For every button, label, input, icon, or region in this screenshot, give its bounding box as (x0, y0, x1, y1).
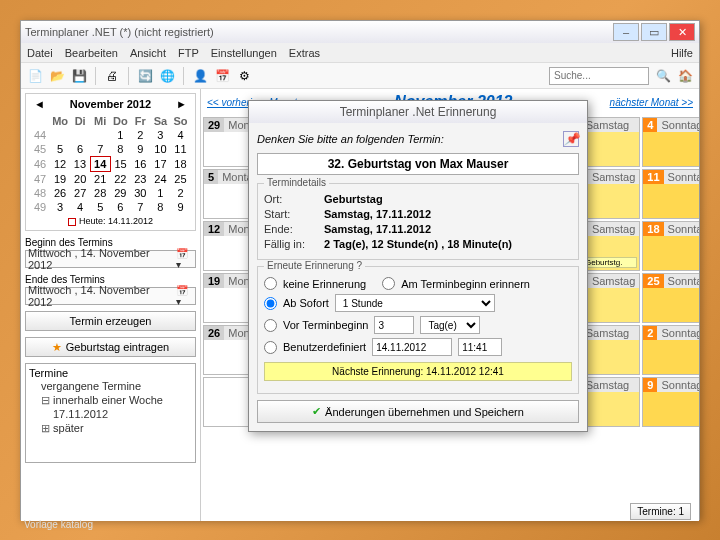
day-cell[interactable]: 18Sonntag (642, 221, 699, 271)
tree-item[interactable]: ⊞ später (29, 421, 192, 435)
sidebar: ◄ November 2012 ► MoDiMiDoFrSaSo 441234 … (21, 89, 201, 521)
user-icon[interactable]: 👤 (192, 68, 208, 84)
tree-item[interactable]: vergangene Termine (29, 379, 192, 393)
save-button[interactable]: ✔Änderungen übernehmen und Speichern (257, 400, 579, 423)
opt-atstart-radio[interactable] (382, 277, 395, 290)
minical-next[interactable]: ► (172, 98, 191, 110)
menu-view[interactable]: Ansicht (130, 47, 166, 59)
check-icon: ✔ (312, 405, 321, 418)
begin-date-picker[interactable]: Mittwoch , 14. November 2012📅▾ (25, 250, 196, 268)
tree-item[interactable]: 17.11.2012 (29, 407, 192, 421)
toolbar: 📄 📂 💾 🖨 🔄 🌐 👤 📅 ⚙ 🔍 🏠 (21, 63, 699, 89)
open-icon[interactable]: 📂 (49, 68, 65, 84)
dialog-title: Terminplaner .Net Erinnerung (249, 101, 587, 123)
opt-now-radio[interactable] (264, 297, 277, 310)
opt-none-radio[interactable] (264, 277, 277, 290)
minical-grid[interactable]: MoDiMiDoFrSaSo 441234 45567891011 461213… (30, 114, 191, 214)
menu-file[interactable]: Datei (27, 47, 53, 59)
katalog-label: Vorlage katalog (24, 519, 93, 530)
opt-before-num[interactable] (374, 316, 414, 334)
opt-custom-radio[interactable] (264, 341, 277, 354)
maximize-button[interactable]: ▭ (641, 23, 667, 41)
opt-custom-time[interactable] (458, 338, 502, 356)
end-date-picker[interactable]: Mittwoch , 14. November 2012📅▾ (25, 287, 196, 305)
menubar: Datei Bearbeiten Ansicht FTP Einstellung… (21, 43, 699, 63)
day-cell[interactable]: 25Sonntag (642, 273, 699, 323)
day-cell[interactable]: 2Sonntag (642, 325, 699, 375)
menu-ftp[interactable]: FTP (178, 47, 199, 59)
add-birthday-button[interactable]: ★Geburtstag eintragen (25, 337, 196, 357)
refresh-icon[interactable]: 🔄 (137, 68, 153, 84)
menu-help[interactable]: Hilfe (671, 47, 693, 59)
search-input[interactable] (549, 67, 649, 85)
mini-calendar: ◄ November 2012 ► MoDiMiDoFrSaSo 441234 … (25, 93, 196, 231)
save-icon[interactable]: 💾 (71, 68, 87, 84)
opt-now-select[interactable]: 1 Stunde (335, 294, 495, 312)
details-group: Termindetails Ort:Geburtstag Start:Samst… (257, 183, 579, 260)
minimize-button[interactable]: – (613, 23, 639, 41)
window-title: Terminplaner .NET (*) (nicht registriert… (25, 26, 214, 38)
appointments-count[interactable]: Termine: 1 (630, 503, 691, 520)
home-icon[interactable]: 🏠 (677, 68, 693, 84)
create-appointment-button[interactable]: Termin erzeugen (25, 311, 196, 331)
menu-edit[interactable]: Bearbeiten (65, 47, 118, 59)
new-icon[interactable]: 📄 (27, 68, 43, 84)
appointments-tree[interactable]: Termine vergangene Termine ⊟ innerhalb e… (25, 363, 196, 463)
menu-extras[interactable]: Extras (289, 47, 320, 59)
reminder-dialog: Terminplaner .Net Erinnerung Denken Sie … (248, 100, 588, 432)
opt-before-radio[interactable] (264, 319, 277, 332)
day-cell[interactable]: 11Sonntag (642, 169, 699, 219)
minical-title: November 2012 (70, 98, 151, 110)
titlebar: Terminplaner .NET (*) (nicht registriert… (21, 21, 699, 43)
star-icon: ★ (52, 341, 62, 354)
tree-root[interactable]: Termine (29, 367, 192, 379)
tree-item[interactable]: ⊟ innerhalb einer Woche (29, 393, 192, 407)
dialog-subject: 32. Geburtstag von Max Mauser (257, 153, 579, 175)
opt-custom-date[interactable] (372, 338, 452, 356)
gear-icon[interactable]: ⚙ (236, 68, 252, 84)
day-cell[interactable]: 9Sonntag (642, 377, 699, 427)
close-button[interactable]: ✕ (669, 23, 695, 41)
world-icon[interactable]: 🌐 (159, 68, 175, 84)
pin-icon[interactable]: 📌 (563, 131, 579, 147)
next-month-link[interactable]: nächster Monat >> (610, 97, 693, 108)
calendar-icon[interactable]: 📅 (214, 68, 230, 84)
reremind-group: Erneute Erinnerung ? keine Erinnerung Am… (257, 266, 579, 394)
next-reminder: Nächste Erinnerung: 14.11.2012 12:41 (264, 362, 572, 381)
search-icon[interactable]: 🔍 (655, 68, 671, 84)
dialog-prompt: Denken Sie bitte an folgenden Termin: (257, 133, 444, 145)
menu-settings[interactable]: Einstellungen (211, 47, 277, 59)
minical-today[interactable]: Heute: 14.11.2012 (30, 216, 191, 226)
opt-before-unit[interactable]: Tag(e) (420, 316, 480, 334)
print-icon[interactable]: 🖨 (104, 68, 120, 84)
minical-prev[interactable]: ◄ (30, 98, 49, 110)
day-cell[interactable]: 4Sonntag (642, 117, 699, 167)
